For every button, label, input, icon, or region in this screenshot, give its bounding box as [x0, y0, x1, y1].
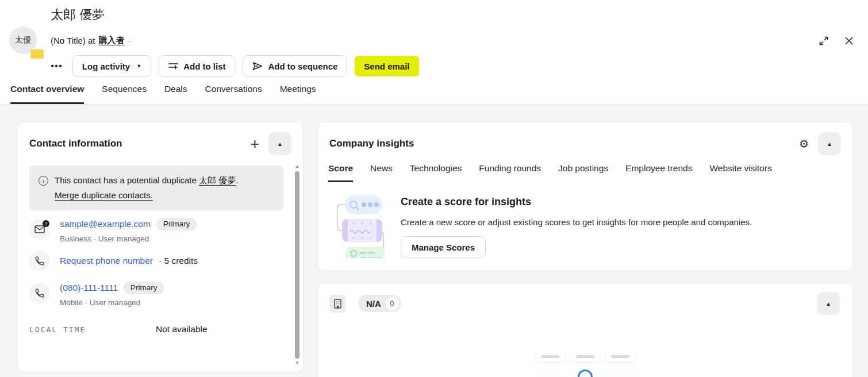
add-to-sequence-label: Add to sequence: [268, 61, 337, 71]
collapse-score-card-button[interactable]: ▲: [817, 292, 840, 315]
local-time-value: Not available: [156, 324, 208, 334]
tab-sequences[interactable]: Sequences: [102, 84, 147, 104]
insights-tabs: Score News Technologies Funding rounds J…: [318, 163, 852, 182]
score-count-badge: 0: [386, 297, 398, 310]
caret-down-icon: ▼: [136, 63, 141, 69]
request-phone-info: Request phone number · 5 credits: [60, 256, 198, 266]
collapse-insights-card-button[interactable]: ▲: [818, 132, 841, 155]
email-primary-badge: Primary: [156, 218, 197, 230]
skeleton-card: [536, 351, 564, 362]
phone-icon: [29, 283, 50, 303]
add-to-sequence-button[interactable]: Add to sequence: [243, 55, 347, 77]
more-options-button[interactable]: •••: [48, 57, 65, 75]
send-email-button[interactable]: Send email: [355, 56, 418, 76]
expand-icon[interactable]: [817, 34, 830, 47]
duplicate-contact-link[interactable]: 太郎 優夢: [199, 175, 236, 185]
add-to-list-icon: [168, 62, 178, 71]
email-link[interactable]: sample@example.com: [60, 219, 151, 229]
page-title: 太郎 優夢: [51, 6, 105, 24]
insights-tab-website-visitors[interactable]: Website visitors: [709, 163, 771, 182]
request-phone-credits: · 5 credits: [159, 256, 198, 266]
collapse-contact-card-button[interactable]: ▲: [268, 132, 291, 155]
add-to-list-label: Add to list: [183, 61, 225, 71]
score-cta: Create a score for insights Create a new…: [318, 182, 852, 260]
phone-primary-badge: Primary: [124, 282, 164, 294]
action-toolbar: ••• Log activity ▼ Add to list Add to se…: [48, 55, 419, 77]
local-time-label: LOCAL TIME: [29, 325, 156, 334]
contact-header: 太優 太郎 優夢 (No Title) at 購入者 · ••• Log act…: [0, 0, 868, 105]
email-row: ? sample@example.com Primary Business · …: [18, 210, 303, 243]
info-icon: i: [39, 176, 48, 186]
insights-tab-news[interactable]: News: [370, 163, 393, 182]
contact-information-card: Contact information + ▲ i This contact h…: [17, 122, 304, 372]
local-time-row: LOCAL TIME Not available: [18, 307, 303, 334]
duplicate-warning-text: This contact has a potential duplicate 太…: [55, 173, 238, 203]
email-meta: Business · User managed: [60, 234, 197, 243]
insights-tab-funding-rounds[interactable]: Funding rounds: [479, 163, 541, 182]
insights-tab-employee-trends[interactable]: Employee trends: [625, 163, 692, 182]
scrollbar-thumb[interactable]: [295, 171, 299, 359]
skeleton-card: [571, 351, 600, 362]
request-phone-link[interactable]: Request phone number: [60, 256, 153, 266]
skeleton-bar: [611, 355, 629, 358]
question-badge: ?: [43, 220, 49, 227]
add-to-list-button[interactable]: Add to list: [159, 55, 235, 77]
scroll-down-icon[interactable]: ▼: [295, 360, 299, 366]
score-cta-heading: Create a score for insights: [401, 196, 752, 208]
score-na-label: N/A: [366, 299, 381, 309]
building-icon: [329, 295, 345, 313]
tab-conversations[interactable]: Conversations: [205, 84, 262, 104]
score-na-pill[interactable]: N/A 0: [358, 295, 401, 312]
add-contact-field-button[interactable]: +: [251, 136, 259, 151]
subtitle-dot: ·: [128, 36, 131, 45]
contact-nav-tabs: Contact overview Sequences Deals Convers…: [10, 84, 316, 104]
log-activity-label: Log activity: [82, 61, 130, 71]
collapse-icon: ▲: [825, 301, 831, 307]
paper-plane-icon: [252, 61, 263, 71]
duplicate-text: This contact has a potential duplicate: [55, 175, 199, 185]
phone-icon: [29, 251, 50, 271]
gear-icon[interactable]: ⚙: [799, 139, 809, 149]
close-icon[interactable]: [843, 34, 855, 47]
phone-meta: Mobile · User managed: [60, 298, 164, 307]
collapse-icon: ▲: [827, 141, 832, 147]
score-cta-body: Create a new score or adjust existing sc…: [401, 217, 752, 227]
insights-card-title: Company insights: [329, 138, 799, 149]
tab-deals[interactable]: Deals: [164, 84, 187, 104]
score-illustration: [332, 194, 385, 260]
score-skeleton-row: [318, 370, 852, 377]
merge-duplicates-link[interactable]: Merge duplicate contacts.: [55, 190, 153, 200]
contact-subtitle: (No Title) at 購入者 ·: [51, 35, 130, 46]
email-info: sample@example.com Primary Business · Us…: [60, 218, 197, 243]
account-score-card: N/A 0 ▲: [317, 283, 853, 377]
score-card-header: N/A 0 ▲: [318, 283, 852, 315]
score-skeleton-row: [318, 351, 852, 362]
duplicate-warning-banner: i This contact has a potential duplicate…: [29, 166, 283, 210]
company-link[interactable]: 購入者: [99, 35, 125, 46]
company-insights-card: Company insights ⚙ ▲ Score News Technolo…: [317, 122, 853, 271]
skeleton-card: [606, 351, 635, 362]
insights-card-header: Company insights ⚙ ▲: [318, 122, 852, 161]
insights-tab-score[interactable]: Score: [328, 163, 353, 182]
score-cta-text: Create a score for insights Create a new…: [401, 194, 752, 258]
manage-scores-button[interactable]: Manage Scores: [401, 236, 486, 258]
contact-card-scrollbar[interactable]: ▲ ▼: [293, 164, 301, 366]
insights-tab-job-postings[interactable]: Job postings: [558, 163, 608, 182]
send-email-label: Send email: [364, 61, 409, 71]
subtitle-prefix: (No Title) at: [51, 36, 95, 45]
tab-contact-overview[interactable]: Contact overview: [10, 84, 84, 104]
log-activity-button[interactable]: Log activity ▼: [72, 55, 151, 77]
request-phone-row: Request phone number · 5 credits: [18, 243, 303, 271]
avatar-initials: 太優: [15, 35, 31, 45]
phone-number-link[interactable]: (080)-111-1111: [60, 283, 118, 293]
insights-tab-technologies[interactable]: Technologies: [410, 163, 462, 182]
contact-card-title: Contact information: [29, 138, 251, 149]
phone-row: (080)-111-1111 Primary Mobile · User man…: [18, 271, 303, 307]
tab-meetings[interactable]: Meetings: [280, 84, 316, 104]
phone-info: (080)-111-1111 Primary Mobile · User man…: [60, 282, 164, 307]
score-ring: [578, 370, 593, 377]
skeleton-card: [535, 374, 563, 377]
email-question-icon: ?: [29, 219, 50, 240]
skeleton-bar: [576, 355, 594, 358]
scroll-up-icon[interactable]: ▲: [295, 164, 299, 170]
